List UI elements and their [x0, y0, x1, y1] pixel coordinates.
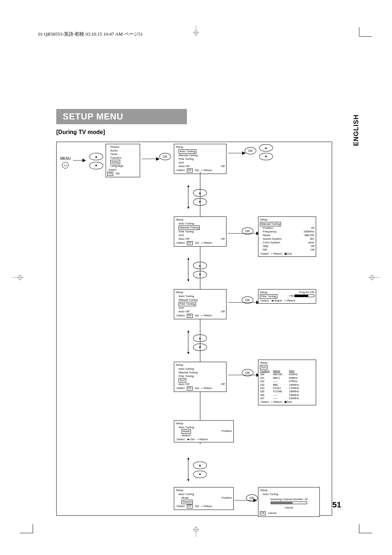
- section-subtitle: [During TV mode]: [56, 129, 105, 135]
- down-button-icon: ▼: [259, 153, 273, 160]
- up-button-icon: ▲: [259, 144, 273, 151]
- down-button-icon: ▼: [193, 271, 207, 278]
- registration-mark-icon: [192, 526, 200, 537]
- up-button-icon: ▲: [193, 189, 207, 197]
- up-button-icon: ▲: [193, 462, 207, 469]
- page-number: 51: [332, 500, 341, 510]
- osd-sort-detail: Setup Sort PositionNameMHz 100ABCDE62MHz…: [258, 360, 316, 405]
- diagram-frame: Picture Audio Timer Function Setup Langu…: [56, 142, 332, 516]
- registration-mark-icon: [368, 274, 379, 281]
- osd-manual-detail: Setup Manual Tuning Position99 Frequency…: [258, 216, 316, 257]
- up-button-icon: ▲: [89, 153, 103, 160]
- osd-main-menu: Picture Audio Timer Function Setup Langu…: [106, 144, 140, 177]
- osd-setup-autotuning: Setup Auto Tuning Manual Tuning Fine Tun…: [174, 144, 226, 174]
- osd-setup-manual: Setup Auto Tuning Manual Tuning Fine Tun…: [174, 216, 226, 247]
- down-button-icon: ▼: [193, 344, 207, 351]
- arrow-right-icon: ———▶: [228, 150, 246, 155]
- osd-setup-fine: Setup Auto Tuning Manual Tuning Fine Tun…: [174, 289, 226, 319]
- arrow-right-icon: ——————▶: [228, 230, 260, 236]
- arrow-right-icon: ———▶: [142, 156, 160, 161]
- arrow-right-icon: ——————▶: [228, 299, 260, 305]
- section-title-bar: SETUP MENU: [56, 109, 187, 124]
- arrow-right-icon: ——▶: [73, 157, 86, 163]
- up-button-icon: ▲: [193, 262, 207, 269]
- down-button-icon: ▼: [193, 198, 207, 206]
- registration-mark-icon: [192, 25, 200, 36]
- up-button-icon: ▲: [193, 335, 207, 342]
- osd-setup-sort: Setup Auto Tuning Manual Tuning Fine Tun…: [174, 362, 226, 392]
- menu-label: MENU: [60, 157, 71, 161]
- ok-button-icon: OK: [159, 153, 171, 160]
- osd-autotuning-search: Setup Auto Tuning ModePosition Search ↕S…: [174, 487, 234, 510]
- registration-mark-icon: [13, 274, 24, 281]
- menu-button-icon: ▭: [62, 162, 69, 169]
- down-button-icon: ▼: [193, 471, 207, 478]
- osd-fine-detail: SetupProg.No.199 Fine Tuning+56 ↕Select◂…: [258, 289, 316, 304]
- doc-header: 01 QR58553-英語-初校 03.10.15 10:47 AM ページ51: [38, 31, 143, 37]
- arrow-right-icon: ——————▶: [228, 372, 260, 377]
- down-button-icon: ▼: [89, 162, 103, 169]
- osd-autotuning-mode: Setup Auto Tuning ModePosition Search ↕S…: [174, 420, 234, 442]
- language-tab: ENGLISH: [352, 114, 360, 146]
- section-title: SETUP MENU: [63, 112, 123, 122]
- osd-scanning: Setup Auto Tuning Scanning Channel Numbe…: [258, 487, 320, 517]
- arrow-right-icon: ————▶: [234, 497, 257, 503]
- ok-button-icon: OK: [245, 147, 256, 154]
